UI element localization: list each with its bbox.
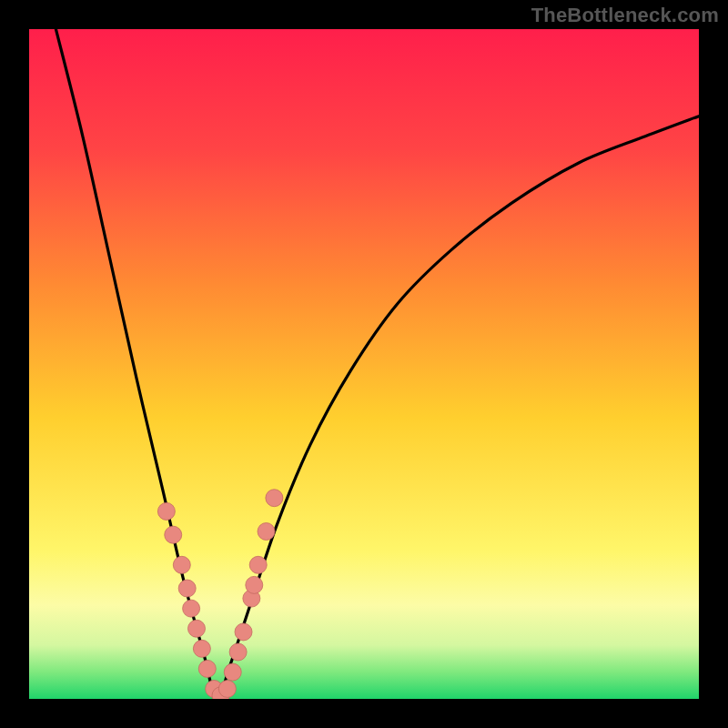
highlight-dot — [165, 526, 182, 543]
plot-area — [29, 29, 699, 699]
chart-frame: TheBottleneck.com — [0, 0, 728, 728]
highlight-dot — [173, 556, 190, 573]
plot-svg — [29, 29, 699, 699]
bottleneck-curve — [56, 29, 699, 699]
highlight-dot — [183, 600, 200, 617]
highlight-dot — [224, 663, 241, 681]
highlight-dot — [266, 490, 283, 507]
highlight-dot — [235, 623, 252, 641]
highlight-dot — [246, 576, 263, 593]
watermark-text: TheBottleneck.com — [531, 4, 719, 27]
highlight-dot — [229, 643, 247, 661]
highlight-dot — [198, 660, 216, 677]
highlight-dot — [258, 523, 275, 541]
highlight-dot — [218, 680, 236, 697]
highlight-dot — [193, 640, 210, 657]
highlight-dot — [188, 620, 206, 637]
highlight-dot — [157, 502, 175, 520]
highlight-dot — [178, 580, 196, 597]
highlight-dot — [249, 556, 267, 573]
